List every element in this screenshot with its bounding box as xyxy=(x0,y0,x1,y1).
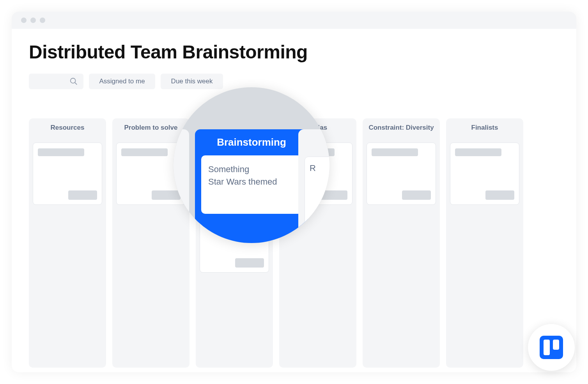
window-zoom-dot[interactable] xyxy=(40,18,45,23)
magnified-list-brainstorming: Brainstorming Something Star Wars themed xyxy=(195,129,308,243)
board-content: Distributed Team Brainstorming Assigned … xyxy=(12,29,576,372)
magnified-peek-text: R xyxy=(310,163,316,173)
card-placeholder-meta xyxy=(485,190,514,200)
window-title-bar xyxy=(12,12,576,29)
list-header: Problem to solve xyxy=(116,124,186,132)
search-icon xyxy=(69,77,78,86)
search-input[interactable] xyxy=(29,74,83,89)
svg-line-1 xyxy=(75,83,77,85)
card-placeholder-line xyxy=(38,148,84,156)
list-finalists[interactable]: Finalists xyxy=(446,118,523,368)
magnified-card-text: Something xyxy=(208,163,295,176)
window-minimize-dot[interactable] xyxy=(30,18,36,23)
list-header: Finalists xyxy=(450,124,519,132)
list-header: Resources xyxy=(33,124,102,132)
window-frame: Distributed Team Brainstorming Assigned … xyxy=(12,12,576,372)
magnifier-content: Brainstorming Something Star Wars themed… xyxy=(174,87,329,243)
filter-assigned-to-me[interactable]: Assigned to me xyxy=(89,74,155,89)
trello-badge[interactable] xyxy=(528,324,575,371)
window-close-dot[interactable] xyxy=(21,18,27,23)
card[interactable] xyxy=(367,143,436,205)
card-placeholder-meta xyxy=(235,258,264,268)
card-placeholder-line xyxy=(372,148,418,156)
filter-due-this-week[interactable]: Due this week xyxy=(161,74,223,89)
card-placeholder-meta xyxy=(68,190,97,200)
svg-point-0 xyxy=(71,78,76,83)
magnifier-lens: Brainstorming Something Star Wars themed… xyxy=(174,87,329,243)
list-header: Constraint: Diversity xyxy=(367,124,436,132)
board-title: Distributed Team Brainstorming xyxy=(29,41,559,63)
filter-bar: Assigned to me Due this week xyxy=(29,74,559,89)
card[interactable] xyxy=(450,143,519,205)
card-placeholder-meta xyxy=(152,190,181,200)
magnified-card[interactable]: Something Star Wars themed xyxy=(201,155,302,214)
magnified-card-text: Star Wars themed xyxy=(208,176,295,188)
card-placeholder-meta xyxy=(402,190,431,200)
magnified-list-title: Brainstorming xyxy=(201,136,302,148)
card-placeholder-line xyxy=(455,148,501,156)
card-placeholder-line xyxy=(121,148,168,156)
card[interactable] xyxy=(33,143,102,205)
list-resources[interactable]: Resources xyxy=(29,118,106,368)
list-constraint-diversity[interactable]: Constraint: Diversity xyxy=(363,118,440,368)
trello-logo-icon xyxy=(540,336,563,359)
